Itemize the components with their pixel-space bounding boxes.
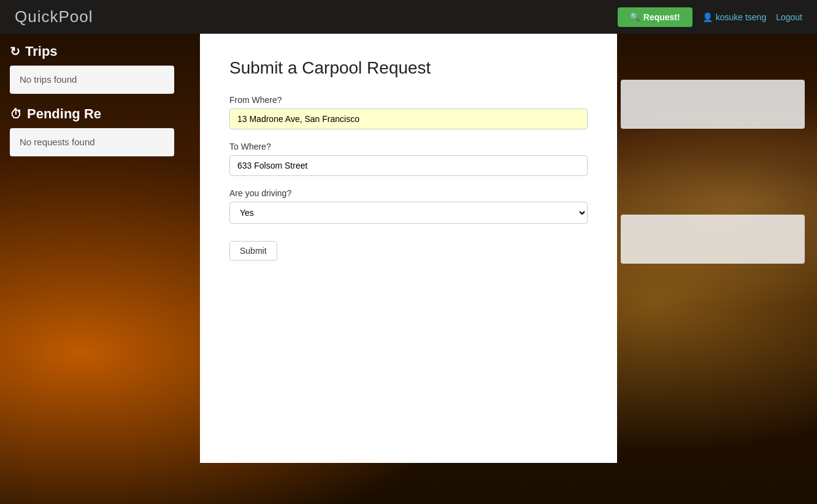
brand-logo: QuickPool <box>15 7 618 26</box>
no-trips-text: No trips found <box>20 74 77 85</box>
sidebar: ↻ Trips No trips found ⏱ Pending Re No r… <box>0 34 184 504</box>
pending-section: ⏱ Pending Re No requests found <box>10 106 174 156</box>
search-icon: 🔍 <box>630 12 640 21</box>
trips-section-title: ↻ Trips <box>10 44 174 59</box>
logout-link[interactable]: Logout <box>776 12 802 22</box>
to-where-group: To Where? <box>229 142 588 176</box>
to-where-label: To Where? <box>229 142 588 151</box>
trips-section: ↻ Trips No trips found <box>10 44 174 94</box>
driving-select[interactable]: Yes No <box>229 202 588 224</box>
bg-card-1 <box>621 80 805 129</box>
trips-icon: ↻ <box>10 44 20 59</box>
user-icon: 👤 <box>702 12 713 22</box>
modal-title: Submit a Carpool Request <box>229 58 588 78</box>
carpool-request-modal: Submit a Carpool Request From Where? To … <box>200 34 617 463</box>
from-where-input[interactable] <box>229 109 588 129</box>
to-where-input[interactable] <box>229 155 588 176</box>
main-content: ↻ Trips No trips found ⏱ Pending Re No r… <box>0 34 817 504</box>
submit-button[interactable]: Submit <box>229 241 277 261</box>
no-requests-text: No requests found <box>20 137 95 147</box>
pending-section-title: ⏱ Pending Re <box>10 106 174 122</box>
navbar: QuickPool 🔍 Request! 👤 kosuke tseng Logo… <box>0 0 817 34</box>
user-profile-link[interactable]: 👤 kosuke tseng <box>702 12 767 22</box>
from-where-label: From Where? <box>229 95 588 105</box>
navbar-right: 🔍 Request! 👤 kosuke tseng Logout <box>618 7 802 27</box>
driving-label: Are you driving? <box>229 188 588 198</box>
request-button[interactable]: 🔍 Request! <box>618 7 692 27</box>
no-requests-card: No requests found <box>10 128 174 156</box>
from-where-group: From Where? <box>229 95 588 129</box>
no-trips-card: No trips found <box>10 66 174 94</box>
bg-card-2 <box>621 215 805 264</box>
driving-group: Are you driving? Yes No <box>229 188 588 224</box>
bg-right <box>608 67 817 504</box>
pending-icon: ⏱ <box>10 107 22 121</box>
